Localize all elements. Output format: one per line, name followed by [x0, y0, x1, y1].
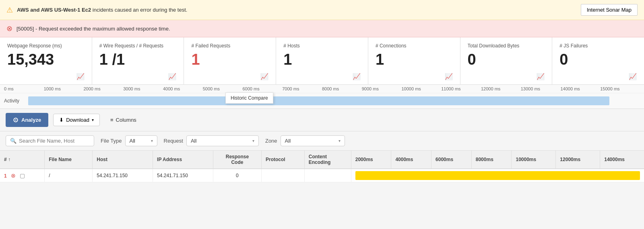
metric-card-wire-requests: # Wire Requests / # Requests 1 /1 📈 — [92, 37, 184, 84]
warning-icon: ⚠ — [6, 6, 13, 14]
request-value: All — [191, 138, 196, 144]
timeline-label: 5000 ms — [203, 85, 243, 93]
table-row: 1 ⊗ ▢ / 54.241.71.150 54.241.71.150 0 — [0, 169, 644, 182]
cell-protocol — [261, 169, 304, 182]
timeline-label: 7000 ms — [282, 85, 322, 93]
search-icon: 🔍 — [10, 138, 17, 144]
search-box[interactable]: 🔍 — [6, 135, 94, 146]
metric-label-downloaded-bytes: Total Downloaded Bytes — [468, 43, 520, 49]
metric-value-connections: 1 — [376, 52, 384, 67]
chart-icon-wire-requests[interactable]: 📈 — [168, 73, 176, 80]
download-chevron-icon: ▾ — [92, 118, 94, 122]
download-button[interactable]: ⬇ Download ▾ — [53, 114, 100, 126]
error-text: [50005] - Request exceeded the maximum a… — [17, 26, 170, 32]
filters-row: 🔍 File Type All ▾ Request All ▾ Zone All… — [0, 131, 644, 151]
table-header-row: # ↑ File Name Host IP Address ResponseCo… — [0, 151, 644, 169]
error-icon: ⊗ — [6, 24, 12, 33]
file-type-label: File Type — [101, 138, 122, 144]
timeline-label: 12000 ms — [481, 85, 521, 93]
timeline-label: 13000 ms — [521, 85, 561, 93]
metric-card-failed-requests: # Failed Requests 1 📈 — [184, 37, 276, 84]
request-chevron-icon: ▾ — [252, 139, 254, 143]
chart-icon-connections[interactable]: 📈 — [445, 73, 453, 80]
activity-bar-container: Historic Compare — [28, 96, 640, 105]
timeline-label: 4000 ms — [163, 85, 203, 93]
columns-icon: ≡ — [110, 117, 114, 123]
file-type-value: All — [130, 138, 135, 144]
download-label: Download — [66, 117, 89, 123]
chart-icon-hosts[interactable]: 📈 — [353, 73, 361, 80]
metric-label-connections: # Connections — [376, 43, 407, 49]
request-select[interactable]: All ▾ — [186, 135, 259, 146]
timeline-label: 0 ms — [4, 85, 44, 93]
columns-button[interactable]: ≡ Columns — [105, 114, 142, 126]
metric-value-js-failures: 0 — [559, 52, 568, 67]
timeline-label: 6000 ms — [243, 85, 283, 93]
col-t10000: 10000ms — [512, 151, 556, 169]
timeline-label: 15000 ms — [600, 85, 640, 93]
zone-chevron-icon: ▾ — [339, 139, 341, 143]
analyze-label: Analyze — [21, 117, 41, 123]
data-table: # ↑ File Name Host IP Address ResponseCo… — [0, 151, 644, 182]
chart-icon-failed-requests[interactable]: 📈 — [260, 73, 268, 80]
metric-value-hosts: 1 — [283, 52, 292, 67]
chart-icon-webpage-response[interactable]: 📈 — [76, 73, 85, 80]
col-protocol: Protocol — [261, 151, 304, 169]
internet-sonar-button[interactable]: Internet Sonar Map — [581, 4, 638, 16]
cell-host: 54.241.71.150 — [93, 169, 153, 182]
zone-select[interactable]: All ▾ — [281, 135, 345, 146]
activity-label: Activity — [4, 98, 28, 104]
timeline-label: 14000 ms — [561, 85, 601, 93]
chart-icon-downloaded-bytes[interactable]: 📈 — [537, 73, 545, 80]
cell-content-encoding — [304, 169, 351, 182]
cell-timeline — [351, 169, 644, 182]
chart-icon-js-failures[interactable]: 📈 — [629, 73, 637, 80]
file-type-select[interactable]: All ▾ — [125, 135, 157, 146]
col-t12000: 12000ms — [556, 151, 600, 169]
document-icon: ▢ — [20, 172, 25, 179]
metric-label-js-failures: # JS Failures — [559, 43, 588, 49]
col-t14000: 14000ms — [600, 151, 644, 169]
timeline-section: 0 ms1000 ms2000 ms3000 ms4000 ms5000 ms6… — [0, 85, 644, 109]
metric-label-failed-requests: # Failed Requests — [191, 43, 230, 49]
warning-banner: ⚠ AWS and AWS US-West-1 Ec2 incidents ca… — [0, 0, 644, 20]
file-type-chevron-icon: ▾ — [151, 139, 153, 143]
col-ip: IP Address — [153, 151, 213, 169]
metric-value-downloaded-bytes: 0 — [468, 52, 476, 67]
metric-label-wire-requests: # Wire Requests / # Requests — [99, 43, 163, 49]
col-response-code: ResponseCode — [213, 151, 261, 169]
timeline-label: 11000 ms — [441, 85, 481, 93]
toolbar: ⊙ Analyze ⬇ Download ▾ ≡ Columns — [0, 109, 644, 131]
timeline-label: 8000 ms — [322, 85, 362, 93]
analyze-button[interactable]: ⊙ Analyze — [6, 113, 48, 127]
metric-value-wire-requests: 1 /1 — [99, 52, 125, 67]
analyze-icon: ⊙ — [13, 116, 18, 124]
metric-label-webpage-response: Webpage Response (ms) — [7, 43, 62, 49]
timeline-labels: 0 ms1000 ms2000 ms3000 ms4000 ms5000 ms6… — [0, 85, 644, 93]
col-num: # ↑ — [0, 151, 45, 169]
col-t4000: 4000ms — [391, 151, 431, 169]
request-label: Request — [164, 138, 183, 144]
timeline-label: 3000 ms — [123, 85, 163, 93]
zone-label: Zone — [265, 138, 277, 144]
request-filter: Request All ▾ — [164, 135, 259, 146]
metric-value-failed-requests: 1 — [191, 52, 200, 67]
metric-card-webpage-response: Webpage Response (ms) 15,343 📈 — [0, 37, 92, 84]
col-t2000: 2000ms — [351, 151, 391, 169]
metric-card-connections: # Connections 1 📈 — [368, 37, 460, 84]
cell-num: 1 ⊗ ▢ — [0, 169, 45, 182]
cell-response-code: 0 — [213, 169, 261, 182]
col-host: Host — [93, 151, 153, 169]
timeline-activity: Activity Historic Compare — [0, 93, 644, 108]
search-input[interactable] — [19, 138, 90, 144]
metrics-row: Webpage Response (ms) 15,343 📈 # Wire Re… — [0, 37, 644, 85]
timeline-label: 10000 ms — [402, 85, 442, 93]
cell-ip: 54.241.71.150 — [153, 169, 213, 182]
metric-value-webpage-response: 15,343 — [7, 52, 54, 67]
col-filename: File Name — [45, 151, 93, 169]
metric-label-hosts: # Hosts — [283, 43, 300, 49]
col-content-encoding: ContentEncoding — [304, 151, 351, 169]
zone-value: All — [285, 138, 291, 144]
col-t8000: 8000ms — [471, 151, 512, 169]
zone-filter: Zone All ▾ — [265, 135, 345, 146]
